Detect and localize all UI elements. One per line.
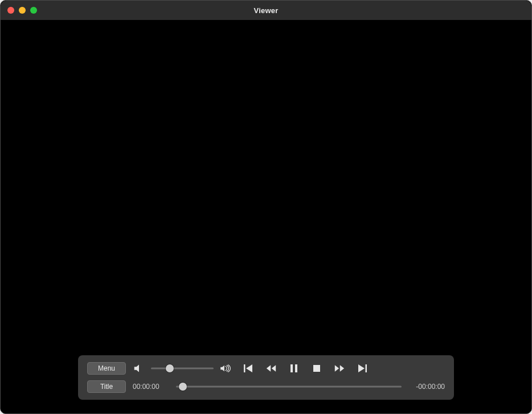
video-viewport: Menu (1, 20, 531, 413)
elapsed-time-text: 00:00:00 (133, 383, 169, 391)
svg-rect-10 (366, 364, 367, 372)
volume-slider[interactable] (151, 364, 214, 373)
stop-button[interactable] (312, 363, 322, 374)
volume-low-icon[interactable] (133, 363, 145, 374)
svg-marker-9 (358, 364, 365, 372)
seek-slider[interactable] (176, 382, 402, 391)
svg-marker-2 (267, 365, 271, 371)
svg-rect-5 (295, 364, 297, 372)
volume-high-icon[interactable] (219, 363, 232, 374)
fast-forward-button[interactable] (334, 363, 345, 374)
minimize-window-button[interactable] (19, 7, 26, 14)
window-title: Viewer (1, 6, 531, 15)
next-track-button[interactable] (357, 363, 367, 374)
pause-button[interactable] (289, 363, 299, 374)
volume-group (133, 363, 232, 374)
svg-rect-0 (244, 364, 245, 372)
svg-marker-3 (272, 365, 276, 371)
remaining-time-text: -00:00:00 (408, 383, 445, 391)
rewind-button[interactable] (266, 363, 276, 374)
svg-marker-1 (246, 364, 252, 372)
playback-controls-panel: Menu (78, 355, 454, 400)
controls-row-top: Menu (87, 362, 445, 375)
menu-button[interactable]: Menu (87, 362, 126, 375)
viewer-window: Viewer Menu (0, 0, 532, 414)
svg-marker-7 (335, 365, 339, 371)
titlebar: Viewer (1, 1, 531, 21)
previous-track-button[interactable] (243, 363, 253, 374)
title-button[interactable]: Title (87, 380, 126, 393)
svg-marker-8 (340, 365, 344, 371)
traffic-lights (7, 7, 37, 14)
controls-row-bottom: Title 00:00:00 -00:00:00 (87, 380, 445, 393)
svg-rect-4 (290, 364, 293, 372)
svg-rect-6 (313, 365, 320, 372)
close-window-button[interactable] (7, 7, 14, 14)
transport-controls (243, 363, 367, 374)
maximize-window-button[interactable] (30, 7, 37, 14)
